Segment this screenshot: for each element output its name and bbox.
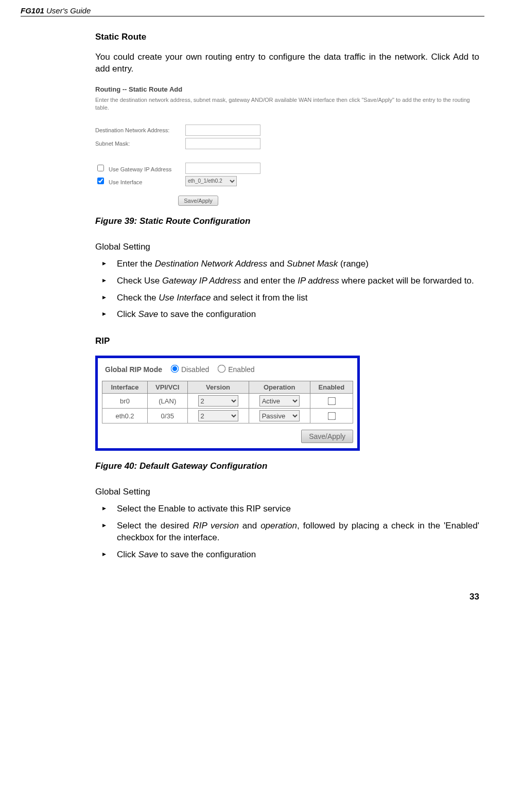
cell-iface-1: eth0.2 bbox=[102, 409, 148, 423]
version-select-0[interactable]: 2 bbox=[198, 395, 238, 407]
gateway-input[interactable] bbox=[185, 163, 260, 174]
static-route-body: You could create your own routing entry … bbox=[95, 51, 479, 75]
header-suffix: User's Guide bbox=[46, 6, 91, 15]
page-header: FG101 User's Guide bbox=[21, 6, 484, 16]
interface-label: Use Interface bbox=[109, 179, 142, 185]
table-row: br0 (LAN) 2 Active bbox=[102, 394, 353, 409]
cell-vpivci-1: 0/35 bbox=[147, 409, 187, 423]
cell-iface-0: br0 bbox=[102, 394, 148, 409]
gateway-label: Use Gateway IP Address bbox=[109, 166, 171, 172]
version-select-1[interactable]: 2 bbox=[198, 410, 238, 421]
save-apply-button-2[interactable]: Save/Apply bbox=[301, 430, 353, 443]
th-enabled: Enabled bbox=[310, 381, 353, 394]
rip-screenshot: Global RIP Mode Disabled Enabled Interfa… bbox=[95, 356, 360, 451]
gateway-checkbox[interactable] bbox=[97, 165, 104, 171]
operation-select-0[interactable]: Active bbox=[259, 395, 300, 407]
static-route-screenshot: Routing -- Static Route Add Enter the de… bbox=[95, 85, 476, 206]
gs2-item-1: Select the Enable to activate this RIP s… bbox=[102, 503, 479, 515]
th-operation: Operation bbox=[249, 381, 310, 394]
interface-select[interactable]: eth_0_1/eth0.2 bbox=[185, 176, 237, 186]
rip-enabled-radio[interactable] bbox=[218, 365, 226, 373]
enabled-checkbox-0[interactable] bbox=[328, 397, 336, 405]
save-apply-button-1[interactable]: Save/Apply bbox=[178, 196, 218, 206]
global-setting-1-heading: Global Setting bbox=[95, 242, 479, 252]
global-setting-2-list: Select the Enable to activate this RIP s… bbox=[95, 503, 479, 561]
figure-39-caption: Figure 39: Static Route Configuration bbox=[95, 216, 479, 226]
gs1-item-1: Enter the Destination Network Address an… bbox=[102, 258, 479, 270]
static-route-heading: Static Route bbox=[95, 32, 479, 42]
rip-table: Interface VPI/VCI Version Operation Enab… bbox=[102, 381, 353, 423]
enabled-checkbox-1[interactable] bbox=[328, 412, 336, 420]
dest-addr-label: Destination Network Address: bbox=[95, 127, 185, 133]
rip-mode-label: Global RIP Mode bbox=[105, 365, 162, 374]
gs2-item-2: Select the desired RIP version and opera… bbox=[102, 520, 479, 544]
page-number: 33 bbox=[21, 592, 484, 602]
subnet-mask-label: Subnet Mask: bbox=[95, 140, 185, 147]
th-interface: Interface bbox=[102, 381, 148, 394]
cell-vpivci-0: (LAN) bbox=[147, 394, 187, 409]
th-version: Version bbox=[187, 381, 249, 394]
rip-disabled-label: Disabled bbox=[181, 365, 209, 374]
figure-40-caption: Figure 40: Default Gateway Configuration bbox=[95, 461, 479, 471]
gs1-item-4: Click Save to save the configuration bbox=[102, 309, 479, 321]
gs1-item-3: Check the Use Interface and select it fr… bbox=[102, 292, 479, 304]
shot1-desc: Enter the destination network address, s… bbox=[95, 96, 476, 112]
operation-select-1[interactable]: Passive bbox=[259, 410, 300, 421]
subnet-mask-input[interactable] bbox=[185, 138, 260, 149]
global-setting-1-list: Enter the Destination Network Address an… bbox=[95, 258, 479, 321]
shot1-title: Routing -- Static Route Add bbox=[95, 85, 476, 93]
header-model: FG101 bbox=[21, 6, 44, 15]
dest-addr-input[interactable] bbox=[185, 125, 260, 136]
table-row: eth0.2 0/35 2 Passive bbox=[102, 409, 353, 423]
gs1-item-2: Check Use Gateway IP Address and enter t… bbox=[102, 275, 479, 287]
interface-checkbox[interactable] bbox=[97, 178, 104, 184]
th-vpivci: VPI/VCI bbox=[147, 381, 187, 394]
rip-enabled-label: Enabled bbox=[228, 365, 254, 374]
rip-heading: RIP bbox=[95, 336, 479, 346]
gs2-item-3: Click Save to save the configuration bbox=[102, 549, 479, 561]
global-setting-2-heading: Global Setting bbox=[95, 487, 479, 497]
rip-disabled-radio[interactable] bbox=[171, 365, 179, 373]
